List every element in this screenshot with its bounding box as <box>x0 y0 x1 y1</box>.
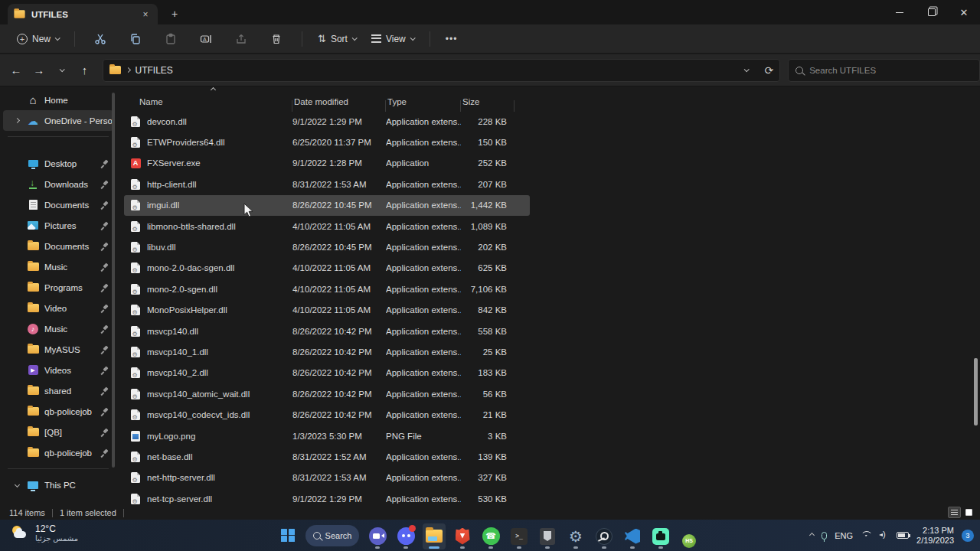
file-row[interactable]: http-client.dll 8/31/2022 1:53 AM Applic… <box>124 174 530 194</box>
file-name: msvcp140.dll <box>147 327 292 336</box>
restore-button[interactable] <box>916 0 948 24</box>
taskbar-app[interactable] <box>479 523 502 549</box>
notification-badge[interactable]: 3 <box>962 530 974 542</box>
breadcrumb-path[interactable]: UTFILES <box>136 65 173 76</box>
clock[interactable]: 2:13 PM 2/19/2023 <box>916 526 954 546</box>
sort-button[interactable]: ⇅ Sort <box>312 29 362 48</box>
hidden-icons-button[interactable] <box>810 533 814 537</box>
sidebar-item-label: Music <box>44 324 100 334</box>
rename-button[interactable]: A <box>190 28 222 50</box>
new-tab-button[interactable]: + <box>167 6 182 21</box>
file-type: Application extens... <box>386 305 461 315</box>
wifi-icon[interactable] <box>861 531 871 540</box>
file-row[interactable]: msvcp140_2.dll 8/26/2022 10:42 PM Applic… <box>124 363 530 383</box>
column-header-name[interactable]: Name <box>124 97 292 106</box>
sidebar-item[interactable]: MyASUS <box>3 339 113 360</box>
more-options-button[interactable]: ••• <box>439 30 464 48</box>
column-header-type[interactable]: Type <box>386 97 461 106</box>
sidebar-item-label: Downloads <box>44 180 100 189</box>
up-button[interactable]: ↑ <box>75 60 95 80</box>
sidebar-item[interactable]: Music <box>3 318 113 339</box>
address-dropdown-icon[interactable] <box>744 67 750 72</box>
file-row[interactable]: MonoPosixHelper.dll 4/10/2022 11:05 AM A… <box>124 300 530 321</box>
taskbar-app[interactable] <box>394 523 417 549</box>
file-row[interactable]: msvcp140_1.dll 8/26/2022 10:42 PM Applic… <box>124 341 530 362</box>
language-indicator[interactable]: ENG <box>835 531 853 540</box>
taskbar-app[interactable] <box>366 523 389 549</box>
sidebar-item[interactable]: Pictures <box>3 215 113 236</box>
dll-icon <box>131 221 140 232</box>
sidebar-item[interactable]: shared <box>3 380 113 401</box>
taskbar-app[interactable] <box>423 523 446 549</box>
taskbar-app[interactable] <box>649 523 672 549</box>
file-row[interactable]: mono-2.0-sgen.dll 4/10/2022 11:05 AM App… <box>124 279 530 299</box>
minimize-button[interactable] <box>884 0 916 24</box>
close-button[interactable]: ✕ <box>948 0 980 24</box>
sidebar-item[interactable]: Documents <box>3 194 113 215</box>
file-row[interactable]: mono-2.0-dac-sgen.dll 4/10/2022 11:05 AM… <box>124 258 530 279</box>
view-button[interactable]: View <box>365 30 420 48</box>
sidebar-item[interactable]: qb-policejob <box>3 401 113 422</box>
tab-close-icon[interactable]: × <box>139 8 152 21</box>
sidebar-item[interactable]: Desktop <box>3 153 113 174</box>
file-row[interactable]: libuv.dll 8/26/2022 10:45 PM Application… <box>124 236 530 257</box>
copy-button[interactable] <box>119 28 152 50</box>
sidebar-item[interactable]: Documents <box>3 236 113 256</box>
file-row[interactable]: FXServer.exe 9/1/2022 1:28 PM Applicatio… <box>124 153 530 174</box>
volume-icon[interactable] <box>879 531 889 540</box>
start-button[interactable] <box>277 525 299 546</box>
sidebar-item[interactable]: Video <box>3 298 113 318</box>
taskbar-app[interactable] <box>678 528 701 551</box>
delete-button[interactable] <box>260 28 292 50</box>
breadcrumb[interactable]: UTFILES ⟳ <box>103 59 781 82</box>
search-input[interactable]: Search UTFILES <box>788 59 980 82</box>
details-view-button[interactable] <box>948 507 961 518</box>
file-row[interactable]: myLogo.png 1/3/2023 5:30 PM PNG File 3 K… <box>124 425 530 446</box>
file-row[interactable]: ETWProviders64.dll 6/25/2020 11:37 PM Ap… <box>124 132 530 152</box>
taskbar-app[interactable] <box>536 523 559 549</box>
file-row[interactable]: msvcp140_codecvt_ids.dll 8/26/2022 10:42… <box>124 404 530 425</box>
file-row[interactable]: msvcp140_atomic_wait.dll 8/26/2022 10:42… <box>124 383 530 404</box>
file-row[interactable]: net-base.dll 8/31/2022 1:52 AM Applicati… <box>124 446 530 467</box>
sidebar-item[interactable]: Home <box>3 90 113 110</box>
share-button[interactable] <box>225 28 257 50</box>
large-icons-view-button[interactable] <box>962 507 975 518</box>
sidebar-item[interactable]: This PC <box>3 474 113 495</box>
weather-widget[interactable]: 12°C مشمس جزئيا <box>11 523 78 543</box>
column-header-date[interactable]: Date modified <box>292 97 386 106</box>
folder-icon <box>28 386 39 395</box>
steam-icon <box>596 528 612 545</box>
taskbar-app[interactable] <box>621 523 644 549</box>
taskbar-app[interactable] <box>564 523 587 549</box>
forward-button[interactable]: → <box>29 60 49 80</box>
taskbar-app[interactable] <box>508 523 531 549</box>
taskbar-app[interactable] <box>593 523 616 549</box>
file-row[interactable]: msvcp140.dll 8/26/2022 10:42 PM Applicat… <box>124 321 530 341</box>
recent-locations-button[interactable] <box>52 60 72 80</box>
sidebar-item[interactable]: qb-policejob <box>3 442 113 463</box>
taskbar-search[interactable]: Search <box>305 525 359 546</box>
sidebar-item[interactable]: Programs <box>3 277 113 298</box>
taskbar-app[interactable] <box>451 523 474 549</box>
back-button[interactable]: ← <box>6 60 26 80</box>
file-list-scrollbar[interactable] <box>974 358 978 425</box>
explorer-tab[interactable]: UTFILES × <box>8 4 158 24</box>
file-row[interactable]: libmono-btls-shared.dll 4/10/2022 11:05 … <box>124 216 530 236</box>
sidebar-scrollbar[interactable] <box>112 93 115 468</box>
sidebar-item[interactable]: Videos <box>3 360 113 380</box>
sidebar-item[interactable]: [QB] <box>3 422 113 442</box>
battery-icon[interactable] <box>897 532 909 539</box>
sidebar-item[interactable]: Downloads <box>3 174 113 194</box>
sidebar-item[interactable]: OneDrive - Personal <box>3 110 113 131</box>
toolbar-divider <box>302 31 302 47</box>
column-header-size[interactable]: Size <box>461 97 514 106</box>
microphone-icon[interactable] <box>822 532 827 540</box>
cut-button[interactable] <box>84 28 116 50</box>
refresh-icon[interactable]: ⟳ <box>764 64 773 77</box>
new-button[interactable]: + New <box>11 30 65 48</box>
file-row[interactable]: net-http-server.dll 8/31/2022 1:53 AM Ap… <box>124 468 530 488</box>
file-row[interactable]: imgui.dll 8/26/2022 10:45 PM Application… <box>124 195 530 216</box>
sidebar-item[interactable]: Music <box>3 256 113 277</box>
paste-button[interactable] <box>155 28 187 50</box>
file-row[interactable]: devcon.dll 9/1/2022 1:29 PM Application … <box>124 111 530 132</box>
